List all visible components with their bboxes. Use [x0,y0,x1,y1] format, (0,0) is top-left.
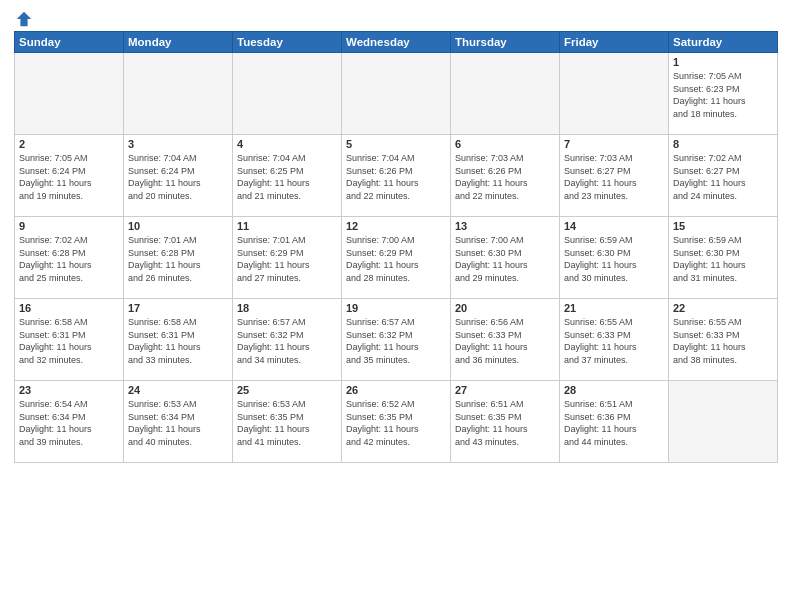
day-number: 20 [455,302,555,314]
logo-icon [15,10,33,28]
weekday-header-wednesday: Wednesday [342,32,451,53]
weekday-header-saturday: Saturday [669,32,778,53]
day-info: Sunrise: 6:55 AMSunset: 6:33 PMDaylight:… [564,316,664,366]
day-number: 19 [346,302,446,314]
day-number: 16 [19,302,119,314]
calendar-cell: 10Sunrise: 7:01 AMSunset: 6:28 PMDayligh… [124,217,233,299]
day-info: Sunrise: 7:00 AMSunset: 6:30 PMDaylight:… [455,234,555,284]
calendar-cell: 5Sunrise: 7:04 AMSunset: 6:26 PMDaylight… [342,135,451,217]
calendar-cell: 18Sunrise: 6:57 AMSunset: 6:32 PMDayligh… [233,299,342,381]
day-number: 11 [237,220,337,232]
svg-marker-0 [17,12,31,26]
day-info: Sunrise: 7:04 AMSunset: 6:26 PMDaylight:… [346,152,446,202]
weekday-header-sunday: Sunday [15,32,124,53]
calendar-cell: 14Sunrise: 6:59 AMSunset: 6:30 PMDayligh… [560,217,669,299]
calendar-cell: 6Sunrise: 7:03 AMSunset: 6:26 PMDaylight… [451,135,560,217]
day-number: 23 [19,384,119,396]
weekday-header-tuesday: Tuesday [233,32,342,53]
calendar-cell: 26Sunrise: 6:52 AMSunset: 6:35 PMDayligh… [342,381,451,463]
calendar-cell: 22Sunrise: 6:55 AMSunset: 6:33 PMDayligh… [669,299,778,381]
day-number: 27 [455,384,555,396]
day-number: 13 [455,220,555,232]
calendar-cell: 19Sunrise: 6:57 AMSunset: 6:32 PMDayligh… [342,299,451,381]
calendar-cell: 11Sunrise: 7:01 AMSunset: 6:29 PMDayligh… [233,217,342,299]
weekday-header-thursday: Thursday [451,32,560,53]
week-row-4: 23Sunrise: 6:54 AMSunset: 6:34 PMDayligh… [15,381,778,463]
logo [14,10,33,25]
calendar-cell: 23Sunrise: 6:54 AMSunset: 6:34 PMDayligh… [15,381,124,463]
calendar-cell: 27Sunrise: 6:51 AMSunset: 6:35 PMDayligh… [451,381,560,463]
calendar-cell [669,381,778,463]
day-number: 9 [19,220,119,232]
calendar-cell: 21Sunrise: 6:55 AMSunset: 6:33 PMDayligh… [560,299,669,381]
calendar: SundayMondayTuesdayWednesdayThursdayFrid… [14,31,778,463]
day-number: 12 [346,220,446,232]
day-info: Sunrise: 6:57 AMSunset: 6:32 PMDaylight:… [346,316,446,366]
day-info: Sunrise: 7:00 AMSunset: 6:29 PMDaylight:… [346,234,446,284]
calendar-cell [15,53,124,135]
day-info: Sunrise: 7:02 AMSunset: 6:28 PMDaylight:… [19,234,119,284]
calendar-cell: 4Sunrise: 7:04 AMSunset: 6:25 PMDaylight… [233,135,342,217]
day-number: 3 [128,138,228,150]
day-number: 21 [564,302,664,314]
day-number: 1 [673,56,773,68]
calendar-cell: 13Sunrise: 7:00 AMSunset: 6:30 PMDayligh… [451,217,560,299]
day-info: Sunrise: 6:55 AMSunset: 6:33 PMDaylight:… [673,316,773,366]
calendar-cell [560,53,669,135]
day-number: 5 [346,138,446,150]
calendar-cell: 3Sunrise: 7:04 AMSunset: 6:24 PMDaylight… [124,135,233,217]
day-info: Sunrise: 6:56 AMSunset: 6:33 PMDaylight:… [455,316,555,366]
day-info: Sunrise: 6:53 AMSunset: 6:34 PMDaylight:… [128,398,228,448]
day-number: 26 [346,384,446,396]
calendar-cell: 28Sunrise: 6:51 AMSunset: 6:36 PMDayligh… [560,381,669,463]
weekday-header-friday: Friday [560,32,669,53]
day-info: Sunrise: 6:52 AMSunset: 6:35 PMDaylight:… [346,398,446,448]
header [14,10,778,25]
day-info: Sunrise: 6:58 AMSunset: 6:31 PMDaylight:… [128,316,228,366]
week-row-1: 2Sunrise: 7:05 AMSunset: 6:24 PMDaylight… [15,135,778,217]
day-info: Sunrise: 6:53 AMSunset: 6:35 PMDaylight:… [237,398,337,448]
week-row-0: 1Sunrise: 7:05 AMSunset: 6:23 PMDaylight… [15,53,778,135]
calendar-cell: 16Sunrise: 6:58 AMSunset: 6:31 PMDayligh… [15,299,124,381]
calendar-cell [233,53,342,135]
day-number: 17 [128,302,228,314]
calendar-cell: 2Sunrise: 7:05 AMSunset: 6:24 PMDaylight… [15,135,124,217]
day-number: 10 [128,220,228,232]
weekday-header-row: SundayMondayTuesdayWednesdayThursdayFrid… [15,32,778,53]
day-info: Sunrise: 7:03 AMSunset: 6:26 PMDaylight:… [455,152,555,202]
calendar-cell: 1Sunrise: 7:05 AMSunset: 6:23 PMDaylight… [669,53,778,135]
calendar-cell: 9Sunrise: 7:02 AMSunset: 6:28 PMDaylight… [15,217,124,299]
day-number: 22 [673,302,773,314]
weekday-header-monday: Monday [124,32,233,53]
day-number: 24 [128,384,228,396]
day-info: Sunrise: 6:54 AMSunset: 6:34 PMDaylight:… [19,398,119,448]
day-info: Sunrise: 7:04 AMSunset: 6:25 PMDaylight:… [237,152,337,202]
day-number: 25 [237,384,337,396]
calendar-cell: 12Sunrise: 7:00 AMSunset: 6:29 PMDayligh… [342,217,451,299]
day-info: Sunrise: 7:01 AMSunset: 6:28 PMDaylight:… [128,234,228,284]
day-info: Sunrise: 7:01 AMSunset: 6:29 PMDaylight:… [237,234,337,284]
day-number: 14 [564,220,664,232]
day-info: Sunrise: 7:02 AMSunset: 6:27 PMDaylight:… [673,152,773,202]
day-info: Sunrise: 6:51 AMSunset: 6:36 PMDaylight:… [564,398,664,448]
day-info: Sunrise: 7:05 AMSunset: 6:23 PMDaylight:… [673,70,773,120]
calendar-cell [451,53,560,135]
page: SundayMondayTuesdayWednesdayThursdayFrid… [0,0,792,612]
day-number: 2 [19,138,119,150]
day-info: Sunrise: 7:04 AMSunset: 6:24 PMDaylight:… [128,152,228,202]
calendar-cell: 17Sunrise: 6:58 AMSunset: 6:31 PMDayligh… [124,299,233,381]
day-info: Sunrise: 6:58 AMSunset: 6:31 PMDaylight:… [19,316,119,366]
calendar-cell: 8Sunrise: 7:02 AMSunset: 6:27 PMDaylight… [669,135,778,217]
week-row-2: 9Sunrise: 7:02 AMSunset: 6:28 PMDaylight… [15,217,778,299]
calendar-cell [124,53,233,135]
day-info: Sunrise: 6:51 AMSunset: 6:35 PMDaylight:… [455,398,555,448]
day-number: 28 [564,384,664,396]
calendar-cell: 20Sunrise: 6:56 AMSunset: 6:33 PMDayligh… [451,299,560,381]
day-number: 18 [237,302,337,314]
day-info: Sunrise: 7:05 AMSunset: 6:24 PMDaylight:… [19,152,119,202]
day-number: 7 [564,138,664,150]
calendar-cell [342,53,451,135]
calendar-cell: 15Sunrise: 6:59 AMSunset: 6:30 PMDayligh… [669,217,778,299]
day-number: 8 [673,138,773,150]
day-number: 6 [455,138,555,150]
